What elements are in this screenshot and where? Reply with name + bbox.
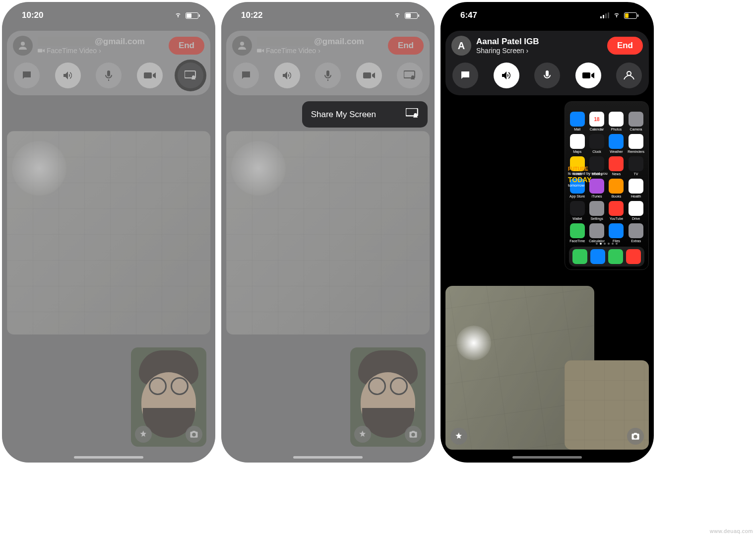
contact-avatar — [232, 36, 252, 56]
call-header: redactedname@gmail.com FaceTime Video› E… — [226, 31, 430, 95]
home-indicator[interactable] — [74, 456, 143, 459]
shareplay-button[interactable] — [397, 63, 423, 88]
app-drive[interactable]: Drive — [628, 201, 644, 220]
shareplay-icon — [406, 108, 419, 121]
home-indicator[interactable] — [512, 456, 582, 459]
app-extras[interactable]: Extras — [628, 223, 644, 243]
app-weather[interactable]: Weather — [608, 134, 625, 153]
shareplay-button[interactable] — [616, 63, 642, 88]
call-header: A Aanal Patel IGB Sharing Screen› End — [445, 31, 649, 95]
status-time: 10:22 — [241, 10, 262, 20]
self-view[interactable] — [565, 360, 649, 450]
svg-point-5 — [240, 42, 244, 46]
call-subtitle: FaceTime Video› — [38, 47, 164, 55]
remote-video — [226, 131, 430, 334]
shareplay-button[interactable] — [178, 63, 203, 88]
status-bar: 10:22 — [221, 2, 435, 29]
camera-button[interactable] — [137, 63, 163, 88]
share-screen-label: Share My Screen — [311, 110, 376, 120]
status-time: 6:47 — [460, 10, 477, 20]
status-bar: 10:20 — [2, 2, 215, 29]
phone-screenshot-1: 10:20 redactedname@gmail.com FaceTime Vi… — [2, 2, 215, 463]
app-files[interactable]: Files — [608, 223, 625, 243]
app-wallet[interactable]: Wallet — [569, 201, 585, 220]
dock-app[interactable] — [608, 249, 623, 264]
dock-app[interactable] — [626, 249, 641, 264]
self-view[interactable] — [131, 347, 206, 447]
app-health[interactable]: Health — [628, 179, 644, 198]
cellular-icon — [600, 12, 609, 18]
app-photos[interactable]: Photos — [608, 112, 625, 131]
remote-video — [7, 131, 210, 334]
svg-rect-2 — [144, 72, 152, 78]
app-mail[interactable]: Mail — [569, 112, 585, 131]
flip-camera-button[interactable] — [627, 428, 644, 445]
effects-button[interactable] — [354, 426, 371, 443]
phone-screenshot-2: 10:22 redactedname@gmail.com FaceTime Vi… — [221, 2, 435, 463]
app-camera[interactable]: Camera — [628, 112, 644, 131]
home-indicator[interactable] — [293, 456, 363, 459]
mute-button[interactable] — [96, 63, 122, 88]
app-facetime[interactable]: FaceTime — [569, 223, 585, 243]
svg-rect-6 — [257, 49, 261, 53]
flip-camera-button[interactable] — [186, 426, 202, 443]
battery-icon — [624, 12, 637, 19]
app-reminders[interactable]: Reminders — [628, 134, 644, 153]
effects-button[interactable] — [450, 428, 467, 445]
app-maps[interactable]: Maps — [569, 134, 585, 153]
app-calendar[interactable]: 18Calendar — [588, 112, 605, 131]
speaker-button[interactable] — [274, 63, 300, 88]
svg-point-13 — [627, 71, 631, 75]
wifi-icon — [174, 10, 183, 20]
svg-rect-1 — [38, 49, 42, 53]
end-call-button[interactable]: End — [169, 37, 204, 55]
contact-name: redactedname@gmail.com — [38, 37, 164, 47]
app-youtube[interactable]: YouTube — [608, 201, 625, 220]
messages-button[interactable] — [14, 63, 40, 88]
contact-name: redactedname@gmail.com — [257, 37, 383, 47]
app-news[interactable]: News — [608, 156, 625, 176]
wifi-icon — [612, 10, 621, 20]
dock — [569, 247, 644, 267]
app-clock[interactable]: Clock — [588, 134, 605, 153]
mute-button[interactable] — [534, 63, 560, 88]
camera-button[interactable] — [575, 63, 601, 88]
wallpaper-text: FUTUREis created by what you TODAYtomorr… — [568, 166, 608, 188]
end-call-button[interactable]: End — [607, 37, 643, 55]
self-view[interactable] — [350, 347, 426, 447]
camera-button[interactable] — [356, 63, 382, 88]
app-settings[interactable]: Settings — [588, 201, 605, 220]
flip-camera-button[interactable] — [405, 426, 422, 443]
contact-name: Aanal Patel IGB — [476, 37, 602, 47]
app-calculator[interactable]: Calculator — [588, 223, 605, 243]
battery-icon — [405, 12, 418, 19]
dock-app[interactable] — [572, 249, 587, 264]
page-dots — [565, 243, 648, 245]
messages-button[interactable] — [233, 63, 259, 88]
phone-screenshot-3: 6:47 A Aanal Patel IGB Sharing Screen› E… — [441, 2, 654, 463]
battery-icon — [186, 12, 198, 19]
mute-button[interactable] — [315, 63, 341, 88]
share-screen-popup[interactable]: Share My Screen — [302, 101, 428, 128]
shared-screen-preview[interactable]: Mail18CalendarPhotosCameraMapsClockWeath… — [565, 101, 649, 270]
contact-avatar — [13, 36, 33, 56]
end-call-button[interactable]: End — [388, 37, 424, 55]
watermark: www.deuaq.com — [710, 528, 753, 534]
call-subtitle: FaceTime Video› — [257, 47, 383, 55]
dock-app[interactable] — [590, 249, 605, 264]
status-bar: 6:47 — [441, 2, 654, 29]
speaker-button[interactable] — [494, 63, 519, 88]
svg-rect-12 — [582, 72, 590, 78]
status-time: 10:20 — [22, 10, 43, 20]
speaker-button[interactable] — [55, 63, 81, 88]
contact-avatar: A — [451, 36, 471, 56]
app-books[interactable]: Books — [608, 179, 625, 198]
call-header: redactedname@gmail.com FaceTime Video› E… — [7, 31, 210, 95]
app-tv[interactable]: TV — [628, 156, 644, 176]
messages-button[interactable] — [452, 63, 478, 88]
effects-button[interactable] — [135, 426, 152, 443]
wifi-icon — [393, 10, 402, 20]
svg-rect-7 — [363, 72, 371, 78]
call-subtitle[interactable]: Sharing Screen› — [476, 47, 602, 55]
svg-point-0 — [21, 42, 25, 46]
